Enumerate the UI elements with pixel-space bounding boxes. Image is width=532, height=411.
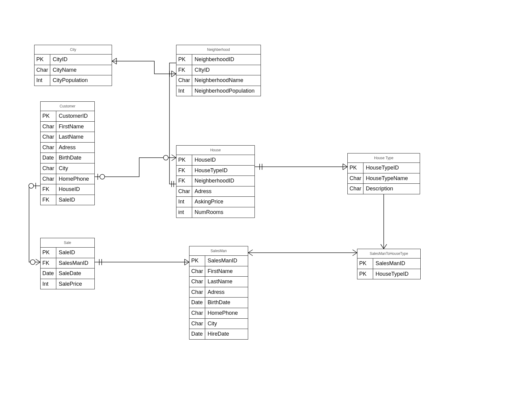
- table-row: PKSalesManID: [189, 256, 248, 266]
- svg-point-41: [29, 183, 34, 188]
- table-row: CharLastName: [189, 276, 248, 287]
- svg-line-24: [381, 244, 384, 249]
- svg-line-28: [248, 253, 253, 256]
- entity-title: Neighberhood: [176, 45, 261, 54]
- table-row: PKCustomerID: [41, 111, 94, 121]
- table-row: DateSaleDate: [41, 268, 94, 279]
- table-row: FKSalesManID: [41, 258, 94, 268]
- svg-line-10: [172, 155, 176, 158]
- table-row: CharCity: [189, 318, 248, 329]
- table-row: CharCity: [41, 163, 94, 174]
- entity-salesman: SalesMan PKSalesManID CharFirstName Char…: [189, 246, 248, 340]
- entity-neighberhood: Neighberhood PKNeighberhoodID FKCItyID C…: [176, 45, 261, 96]
- entity-title: Sale: [41, 238, 94, 248]
- table-row: CharDescription: [348, 183, 420, 194]
- table-row: CharAdress: [176, 186, 255, 197]
- table-row: PKHouseTypeID: [357, 269, 420, 279]
- table-row: DateHireDate: [189, 329, 248, 339]
- table-row: PKCityID: [34, 54, 112, 65]
- entity-title: Customer: [41, 102, 94, 111]
- entity-title: House: [176, 146, 255, 155]
- table-row: PKHouseID: [176, 155, 255, 165]
- table-row: FKHouseTypeID: [176, 165, 255, 176]
- svg-line-32: [185, 259, 189, 262]
- table-row: IntCityPopulation: [34, 75, 112, 86]
- table-row: DateBirthDate: [189, 297, 248, 308]
- table-row: CharLastName: [41, 132, 94, 142]
- entity-housetype: House Type PKHouseTypeID CharHouseTypeNa…: [347, 153, 420, 194]
- table-row: intNumRooms: [176, 207, 255, 218]
- entity-customer: Customer PKCustomerID CharFirstName Char…: [40, 101, 95, 205]
- table-row: CharFirstName: [189, 266, 248, 277]
- svg-point-39: [30, 260, 35, 265]
- svg-line-38: [36, 262, 40, 265]
- svg-line-3: [172, 71, 176, 74]
- entity-salesmantohousetype: SalesManToHouseType PKSalesManID PKHouse…: [357, 249, 421, 279]
- er-diagram-canvas: City PKCityID CharCityName IntCityPopula…: [0, 0, 532, 411]
- table-row: CharCityName: [34, 65, 112, 75]
- table-row: PKSaleID: [41, 248, 94, 258]
- table-row: IntAskingPrice: [176, 196, 255, 207]
- entity-sale: Sale PKSaleID FKSalesManID DateSaleDate …: [40, 238, 95, 289]
- table-row: FKHouseID: [41, 184, 94, 195]
- entity-house: House PKHouseID FKHouseTypeID FKNeighber…: [176, 145, 255, 218]
- table-row: FKNeighberhoodID: [176, 176, 255, 186]
- entity-title: SalesMan: [189, 246, 248, 256]
- table-row: CharHomePhone: [189, 308, 248, 318]
- svg-line-1: [112, 61, 117, 64]
- svg-line-18: [343, 167, 347, 170]
- svg-line-30: [353, 253, 357, 256]
- table-row: CharHomePhone: [41, 174, 94, 184]
- svg-point-13: [100, 174, 105, 179]
- table-row: CharAdress: [189, 287, 248, 298]
- entity-title: House Type: [348, 153, 420, 163]
- table-row: CharNeighberhoodName: [176, 75, 261, 86]
- entity-title: City: [34, 45, 112, 54]
- svg-line-17: [343, 164, 347, 167]
- svg-line-29: [353, 250, 357, 253]
- table-row: PKHouseTypeID: [348, 163, 420, 173]
- svg-line-0: [112, 58, 117, 61]
- table-row: IntSalePrice: [41, 279, 94, 289]
- svg-line-27: [248, 250, 253, 253]
- table-row: FKSaleID: [41, 195, 94, 205]
- table-row: FKCItyID: [176, 65, 261, 75]
- entity-title: SalesManToHouseType: [357, 249, 420, 258]
- table-row: DateBirthDate: [41, 153, 94, 163]
- svg-line-37: [36, 259, 40, 262]
- svg-line-4: [172, 74, 176, 77]
- table-row: CharHouseTypeName: [348, 173, 420, 184]
- table-row: PKNeighberhoodID: [176, 54, 261, 65]
- svg-line-11: [172, 158, 176, 161]
- entity-city: City PKCityID CharCityName IntCityPopula…: [34, 45, 112, 86]
- svg-line-33: [185, 262, 189, 265]
- svg-line-25: [384, 244, 387, 249]
- svg-point-9: [163, 155, 168, 160]
- table-row: IntNeighberhoodPopulation: [176, 86, 261, 96]
- table-row: CharFirstName: [41, 121, 94, 132]
- table-row: PKSalesManID: [357, 258, 420, 269]
- table-row: CharAdress: [41, 142, 94, 153]
